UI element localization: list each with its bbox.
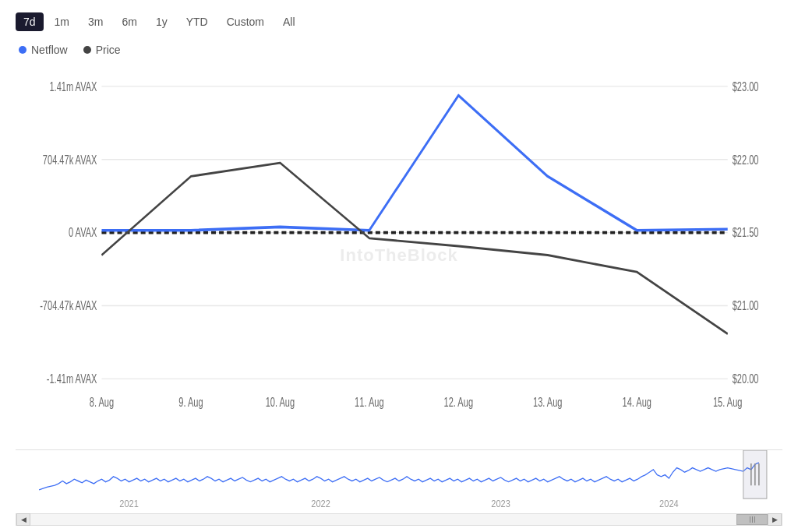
svg-text:-704.47k AVAX: -704.47k AVAX <box>40 299 97 312</box>
svg-text:10. Aug: 10. Aug <box>266 396 295 410</box>
main-chart-wrapper: IntoTheBlock 1.41m AVAX 704.47k AVAX 0 A… <box>16 64 782 446</box>
grip-3 <box>754 516 755 523</box>
grip-2 <box>752 516 753 523</box>
svg-text:704.47k AVAX: 704.47k AVAX <box>43 153 97 167</box>
mini-chart-wrapper: 2021 2022 2023 2024 <box>16 449 782 512</box>
svg-text:1.41m AVAX: 1.41m AVAX <box>49 80 97 93</box>
chart-area: IntoTheBlock 1.41m AVAX 704.47k AVAX 0 A… <box>16 64 782 526</box>
svg-text:-1.41m AVAX: -1.41m AVAX <box>47 372 97 386</box>
scroll-thumb[interactable] <box>736 514 768 525</box>
netflow-dot <box>19 46 26 54</box>
legend-price: Price <box>83 44 121 56</box>
legend-netflow: Netflow <box>19 44 68 56</box>
svg-text:9. Aug: 9. Aug <box>178 396 203 410</box>
scroll-right-arrow[interactable]: ▶ <box>768 513 782 526</box>
btn-custom[interactable]: Custom <box>219 12 272 31</box>
mini-chart-svg: 2021 2022 2023 2024 <box>16 450 782 512</box>
svg-text:0 AVAX: 0 AVAX <box>69 226 97 239</box>
svg-text:2023: 2023 <box>491 499 510 509</box>
btn-6m[interactable]: 6m <box>114 12 144 31</box>
svg-text:15. Aug: 15. Aug <box>713 396 742 410</box>
chart-legend: Netflow Price <box>16 44 782 56</box>
btn-3m[interactable]: 3m <box>80 12 111 31</box>
btn-ytd[interactable]: YTD <box>178 12 216 31</box>
btn-7d[interactable]: 7d <box>16 12 44 31</box>
main-container: 7d 1m 3m 6m 1y YTD Custom All Netflow Pr… <box>0 0 798 532</box>
svg-text:14. Aug: 14. Aug <box>623 396 651 410</box>
svg-text:$21.00: $21.00 <box>733 299 759 312</box>
scroll-bar: ◀ ▶ <box>16 513 782 526</box>
grip-1 <box>750 516 750 523</box>
price-label: Price <box>96 44 121 56</box>
svg-text:2021: 2021 <box>119 499 139 509</box>
netflow-label: Netflow <box>31 44 68 56</box>
price-dot <box>83 46 91 54</box>
svg-text:2022: 2022 <box>311 499 330 509</box>
svg-text:11. Aug: 11. Aug <box>355 396 383 410</box>
svg-text:$22.00: $22.00 <box>733 153 759 167</box>
scroll-track[interactable] <box>30 514 768 525</box>
btn-1y[interactable]: 1y <box>148 12 175 31</box>
scroll-left-arrow[interactable]: ◀ <box>16 513 30 526</box>
time-range-bar: 7d 1m 3m 6m 1y YTD Custom All <box>16 12 782 31</box>
svg-text:8. Aug: 8. Aug <box>90 396 114 410</box>
svg-text:$21.50: $21.50 <box>733 226 759 239</box>
btn-all[interactable]: All <box>275 12 303 31</box>
svg-text:$20.00: $20.00 <box>733 372 759 386</box>
svg-text:13. Aug: 13. Aug <box>533 396 562 410</box>
svg-text:$23.00: $23.00 <box>733 80 759 93</box>
svg-text:12. Aug: 12. Aug <box>444 396 473 410</box>
main-chart-svg: 1.41m AVAX 704.47k AVAX 0 AVAX -704.47k … <box>16 64 782 446</box>
btn-1m[interactable]: 1m <box>47 12 77 31</box>
svg-text:2024: 2024 <box>659 499 679 509</box>
